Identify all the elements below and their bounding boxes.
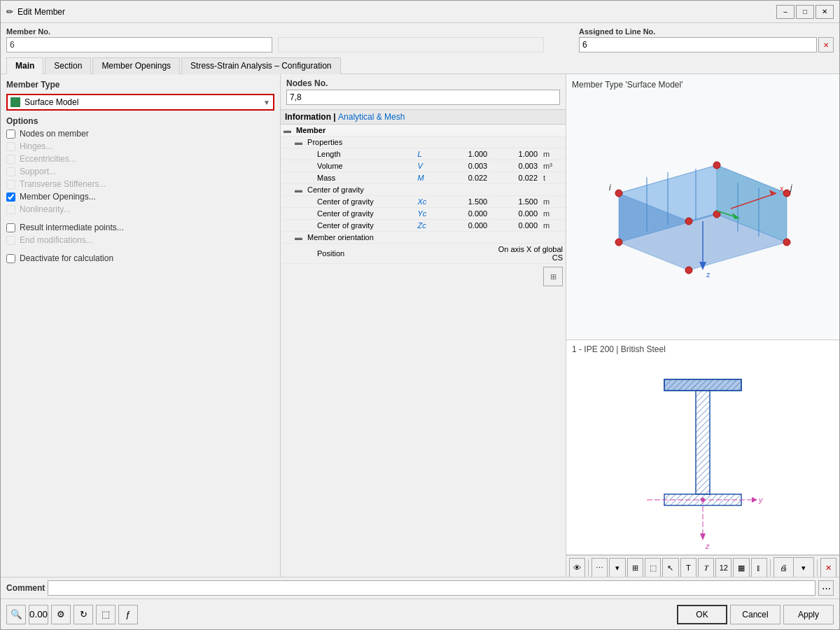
- ok-button[interactable]: OK: [677, 605, 727, 624]
- svg-text:x: x: [780, 184, 784, 192]
- apply-button[interactable]: Apply: [783, 605, 834, 624]
- member-openings-checkbox[interactable]: [6, 192, 15, 202]
- member-type-select-container: Surface Model ▼: [6, 94, 274, 111]
- tab-main[interactable]: Main: [6, 57, 43, 74]
- arrow-down-icon[interactable]: ▾: [609, 558, 625, 577]
- dots-button[interactable]: ⋯: [592, 558, 608, 577]
- print-arrow[interactable]: ▾: [794, 558, 813, 577]
- member-type-select[interactable]: Surface Model ▼: [6, 94, 274, 111]
- extra-input[interactable]: [278, 37, 544, 52]
- deactivate-option: Deactivate for calculation: [6, 252, 274, 265]
- comment-action-button[interactable]: ⋯: [818, 580, 834, 596]
- section-drawing: y z: [633, 358, 773, 554]
- orientation-header-row: ▬ Member orientation: [281, 232, 566, 244]
- comment-input[interactable]: [48, 580, 816, 596]
- refresh-button[interactable]: ↻: [74, 605, 93, 624]
- cols-button[interactable]: ⫿: [751, 558, 767, 577]
- transverse-stiffeners-checkbox[interactable]: [6, 180, 15, 189]
- middle-panel-bottom: ⊞: [281, 264, 566, 289]
- text-button[interactable]: T: [680, 558, 696, 577]
- bottom-left-tools: 🔍 0.00 ⚙ ↻ ⬚ ƒ: [6, 605, 138, 624]
- cog-y-unit: m: [540, 208, 566, 220]
- analytical-mesh-link[interactable]: Analytical & Mesh: [338, 112, 405, 122]
- mass-name: Mass: [281, 172, 415, 184]
- comment-section: Comment ⋯: [1, 577, 839, 598]
- member-no-input[interactable]: [6, 37, 272, 52]
- comment-label: Comment: [6, 583, 45, 593]
- view-button[interactable]: 👁: [569, 558, 585, 577]
- cog-y-sym: Yc: [415, 208, 440, 220]
- svg-point-12: [615, 239, 622, 246]
- cog-collapse-icon[interactable]: ▬: [295, 186, 302, 194]
- support-checkbox[interactable]: [6, 167, 15, 176]
- mass-row: Mass M 0.022 0.022 t: [281, 172, 566, 184]
- properties-row: ▬ Properties: [281, 136, 566, 148]
- print-button[interactable]: 🖨: [774, 558, 794, 577]
- maximize-button[interactable]: □: [796, 5, 814, 19]
- cog-z-val2: 0.000: [490, 220, 540, 232]
- three-panel: Member Type Surface Model ▼ Options Node…: [1, 74, 839, 577]
- tab-stress-strain[interactable]: Stress-Strain Analysis – Configuration: [181, 57, 340, 74]
- member-button[interactable]: ⚙: [51, 605, 71, 624]
- cog-z-row: Center of gravity Zc 0.000 0.000 m: [281, 220, 566, 232]
- orientation-collapse-icon[interactable]: ▬: [295, 233, 302, 241]
- support-option: Support...: [6, 165, 274, 178]
- formula-button[interactable]: ƒ: [118, 605, 138, 624]
- grid-icon-button[interactable]: ⊞: [543, 267, 563, 286]
- sep2: [770, 559, 771, 576]
- cog-x-sym: Xc: [415, 196, 440, 208]
- result-intermediate-option: Result intermediate points...: [6, 221, 274, 234]
- cog-header-row: ▬ Center of gravity: [281, 184, 566, 196]
- search-button[interactable]: 🔍: [6, 605, 26, 624]
- cog-y-val2: 0.000: [490, 208, 540, 220]
- volume-sym: V: [415, 160, 440, 172]
- export-button[interactable]: ⬚: [96, 605, 115, 624]
- cog-x-val2: 1.500: [490, 196, 540, 208]
- close-button[interactable]: ✕: [816, 5, 834, 19]
- select-button[interactable]: ⬚: [645, 558, 661, 577]
- nonlinearity-label: Nonlinearity...: [20, 204, 70, 214]
- cog-header-cell: ▬ Center of gravity: [281, 184, 415, 196]
- eccentricities-checkbox[interactable]: [6, 155, 15, 164]
- cancel-button[interactable]: Cancel: [730, 605, 780, 624]
- hinges-label: Hinges...: [20, 141, 52, 151]
- hinges-checkbox[interactable]: [6, 142, 15, 151]
- deactivate-checkbox[interactable]: [6, 254, 15, 263]
- grid-button[interactable]: ⊞: [627, 558, 643, 577]
- properties-cell: ▬ Properties: [281, 136, 415, 148]
- nodes-input[interactable]: [286, 90, 560, 105]
- assigned-label: Assigned to Line No.: [579, 27, 834, 36]
- minimize-button[interactable]: –: [776, 5, 794, 19]
- assigned-input-group: ✕: [579, 37, 834, 52]
- info-label: Information: [285, 112, 333, 122]
- tab-section[interactable]: Section: [45, 57, 91, 74]
- nonlinearity-checkbox[interactable]: [6, 205, 15, 214]
- calc-button[interactable]: 0.00: [29, 605, 48, 624]
- tab-member-openings[interactable]: Member Openings: [92, 57, 180, 74]
- end-modifications-checkbox[interactable]: [6, 236, 15, 245]
- result-intermediate-checkbox[interactable]: [6, 223, 15, 232]
- cursor-button[interactable]: ↖: [662, 558, 678, 577]
- number-button[interactable]: 12: [715, 558, 732, 577]
- svg-point-11: [783, 190, 790, 197]
- options-section: Options Nodes on member Hinges... Eccent…: [6, 116, 274, 265]
- cog-z-name: Center of gravity: [281, 220, 415, 232]
- orientation-header-cell: ▬ Member orientation: [281, 232, 415, 244]
- table-button[interactable]: ▦: [733, 558, 749, 577]
- position-name: Position: [281, 244, 415, 264]
- nodes-section: Nodes No.: [281, 74, 566, 110]
- text2-button[interactable]: 𝑇: [698, 558, 714, 577]
- member-collapse-icon[interactable]: ▬: [284, 126, 291, 134]
- nodes-on-member-option: Nodes on member: [6, 127, 274, 140]
- end-modifications-option: End modifications...: [6, 234, 274, 246]
- member-openings-label: Member Openings...: [20, 192, 96, 202]
- support-label: Support...: [20, 167, 56, 176]
- cog-z-val1: 0.000: [440, 220, 490, 232]
- nodes-on-member-checkbox[interactable]: [6, 130, 15, 139]
- assigned-input[interactable]: [579, 37, 817, 52]
- mass-val2: 0.022: [490, 172, 540, 184]
- assigned-clear-button[interactable]: ✕: [818, 37, 834, 52]
- properties-collapse-icon[interactable]: ▬: [295, 138, 302, 146]
- bottom-bar: 🔍 0.00 ⚙ ↻ ⬚ ƒ OK Cancel Apply: [1, 598, 839, 629]
- settings-button[interactable]: ✕: [820, 558, 836, 577]
